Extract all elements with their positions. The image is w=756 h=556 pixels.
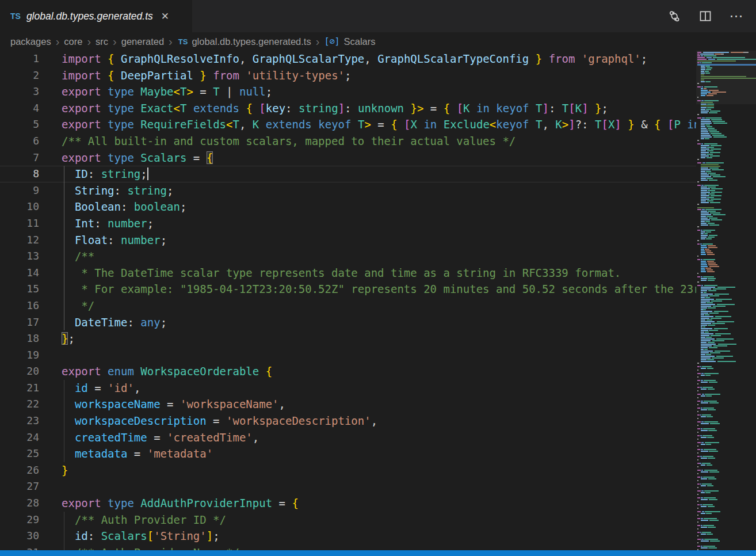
chevron-right-icon: › xyxy=(87,36,91,47)
code-line[interactable]: 12 Float: number; xyxy=(0,232,696,249)
code-text: String: string; xyxy=(62,182,174,199)
line-number: 20 xyxy=(0,363,39,380)
line-number: 14 xyxy=(0,265,39,281)
code-text: id = 'id', xyxy=(62,380,140,397)
breadcrumb-item-core[interactable]: core xyxy=(64,36,82,47)
line-number: 29 xyxy=(0,512,39,528)
breadcrumb-item-generated[interactable]: generated xyxy=(121,36,164,47)
code-text: } xyxy=(62,462,68,479)
breadcrumb-item-packages[interactable]: packages xyxy=(10,36,51,47)
code-line[interactable]: 4export type Exact<T extends { [key: str… xyxy=(0,100,696,117)
code-line[interactable]: 29 /** Auth Provider ID */ xyxy=(0,512,696,528)
code-line[interactable]: 23 workspaceDescription = 'workspaceDesc… xyxy=(0,413,696,429)
line-number: 19 xyxy=(0,347,39,364)
code-line[interactable]: 30 id: Scalars['String']; xyxy=(0,528,696,544)
code-text: workspaceName = 'workspaceName', xyxy=(62,396,285,413)
status-bar[interactable] xyxy=(0,550,756,556)
code-line[interactable]: 15 * For example: "1985-04-12T23:20:50.5… xyxy=(0,281,696,298)
line-number: 25 xyxy=(0,445,39,462)
breadcrumb-label: core xyxy=(64,36,82,47)
chevron-right-icon: › xyxy=(56,36,60,47)
code-line[interactable]: 6/** All built-in and custom scalars, ma… xyxy=(0,133,696,150)
line-number: 23 xyxy=(0,413,39,429)
chevron-right-icon: › xyxy=(316,36,320,47)
code-line[interactable]: 27 xyxy=(0,478,696,495)
open-changes-button[interactable] xyxy=(667,9,681,23)
code-line[interactable]: 19 xyxy=(0,347,696,364)
code-line[interactable]: 22 workspaceName = 'workspaceName', xyxy=(0,396,696,413)
code-line[interactable]: 18}; xyxy=(0,330,696,347)
code-text: ID: string; xyxy=(62,166,148,182)
code-text: import { DeepPartial } from 'utility-typ… xyxy=(62,67,351,84)
split-editor-icon xyxy=(699,10,712,22)
chevron-right-icon: › xyxy=(113,36,117,47)
typescript-file-icon: TS xyxy=(178,37,188,46)
breadcrumb-item-scalars[interactable]: [⊘]Scalars xyxy=(324,36,375,47)
line-number: 17 xyxy=(0,314,39,331)
line-number: 2 xyxy=(0,67,39,84)
code-line[interactable]: 14 * The DateTime scalar type represents… xyxy=(0,265,696,281)
code-line[interactable]: 11 Int: number; xyxy=(0,215,696,232)
more-actions-button[interactable]: ⋯ xyxy=(730,9,743,23)
breadcrumb-label: Scalars xyxy=(343,36,375,47)
code-line[interactable]: 1import { GraphQLResolveInfo, GraphQLSca… xyxy=(0,51,696,67)
line-number: 13 xyxy=(0,248,39,265)
code-line[interactable]: 5export type RequireFields<T, K extends … xyxy=(0,116,696,133)
code-line[interactable]: 10 Boolean: boolean; xyxy=(0,199,696,215)
code-line[interactable]: 28export type AddAuthProviderInput = { xyxy=(0,495,696,512)
code-line[interactable]: 20export enum WorkspaceOrderable { xyxy=(0,363,696,380)
code-line[interactable]: 21 id = 'id', xyxy=(0,380,696,397)
line-number: 6 xyxy=(0,133,39,150)
line-number: 10 xyxy=(0,199,39,215)
code-text: /** Auth Provider ID */ xyxy=(62,512,226,528)
chevron-right-icon: › xyxy=(169,36,173,47)
split-editor-button[interactable] xyxy=(698,9,712,23)
code-text: createdTime = 'createdTime', xyxy=(62,429,259,446)
code-line[interactable]: 16 */ xyxy=(0,298,696,314)
code-line[interactable]: 8 ID: string; xyxy=(0,166,696,182)
tab-bar: TS global.db.types.generated.ts ✕ xyxy=(0,0,756,32)
symbol-type-icon: [⊘] xyxy=(324,36,339,47)
breadcrumb-label: src xyxy=(96,36,108,47)
tab-label: global.db.types.generated.ts xyxy=(26,10,153,22)
line-number: 26 xyxy=(0,462,39,479)
line-number: 30 xyxy=(0,528,39,544)
code-line[interactable]: 26} xyxy=(0,462,696,479)
code-text: }; xyxy=(62,330,75,347)
text-cursor xyxy=(147,167,148,180)
tab-close-icon[interactable]: ✕ xyxy=(161,12,169,21)
code-text: /** All built-in and custom scalars, map… xyxy=(62,133,516,150)
line-number: 28 xyxy=(0,495,39,512)
breadcrumb-item-global-db-types-generated-ts[interactable]: TSglobal.db.types.generated.ts xyxy=(177,36,311,47)
minimap[interactable] xyxy=(696,51,756,556)
code-line[interactable]: 17 DateTime: any; xyxy=(0,314,696,331)
code-text: export type Maybe<T> = T | null; xyxy=(62,83,272,100)
line-number: 24 xyxy=(0,429,39,446)
code-text: */ xyxy=(62,298,94,314)
breadcrumb-label: packages xyxy=(10,36,51,47)
code-text: metadata = 'metadata' xyxy=(62,445,213,462)
line-number: 3 xyxy=(0,83,39,100)
breadcrumb-item-src[interactable]: src xyxy=(96,36,108,47)
editor-group: 1import { GraphQLResolveInfo, GraphQLSca… xyxy=(0,51,756,556)
code-text: export enum WorkspaceOrderable { xyxy=(62,363,272,380)
editor-actions: ⋯ xyxy=(667,0,756,32)
line-number: 16 xyxy=(0,298,39,314)
code-text: export type Exact<T extends { [key: stri… xyxy=(62,100,608,117)
code-line[interactable]: 24 createdTime = 'createdTime', xyxy=(0,429,696,446)
code-text: import { GraphQLResolveInfo, GraphQLScal… xyxy=(62,51,647,67)
code-line[interactable]: 13 /** xyxy=(0,248,696,265)
code-line[interactable]: 2import { DeepPartial } from 'utility-ty… xyxy=(0,67,696,84)
code-text: export type AddAuthProviderInput = { xyxy=(62,495,299,512)
code-editor[interactable]: 1import { GraphQLResolveInfo, GraphQLSca… xyxy=(0,51,696,556)
typescript-file-icon: TS xyxy=(10,12,21,21)
code-line[interactable]: 9 String: string; xyxy=(0,182,696,199)
line-number: 7 xyxy=(0,150,39,166)
code-text: Boolean: boolean; xyxy=(62,199,186,215)
code-line[interactable]: 7export type Scalars = { xyxy=(0,150,696,166)
code-line[interactable]: 25 metadata = 'metadata' xyxy=(0,445,696,462)
code-text: export type Scalars = { xyxy=(62,150,213,166)
tab-global-db-types-generated[interactable]: TS global.db.types.generated.ts ✕ xyxy=(0,0,192,32)
code-line[interactable]: 3export type Maybe<T> = T | null; xyxy=(0,83,696,100)
open-changes-icon xyxy=(668,10,681,22)
